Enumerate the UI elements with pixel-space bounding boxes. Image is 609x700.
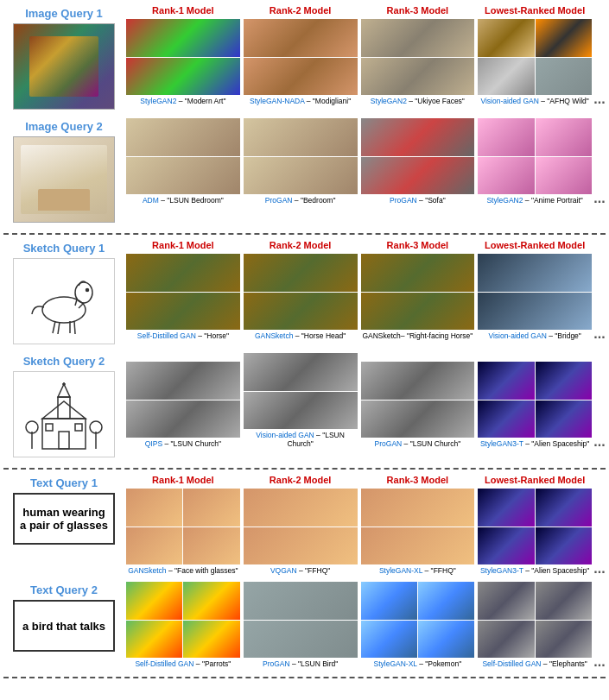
result-cell-rank-1: GANSketch – "Face with glasses": [124, 487, 242, 577]
model-class: – "LSUN Bedroom": [159, 196, 224, 205]
model-name: Self-Distilled GAN: [482, 659, 541, 668]
result-model-label: QIPS – "LSUN Church": [126, 439, 240, 448]
svg-rect-15: [59, 432, 69, 449]
result-image-grid: [361, 118, 475, 194]
result-cell-rank-4: StyleGAN3-T – "Alien Spaceship": [476, 487, 593, 577]
result-cell-rank-3: StyleGAN2 – "Ukiyoe Faces": [359, 17, 477, 107]
result-image-grid: [361, 582, 475, 658]
query-column: Text Query 2a bird that talks: [3, 580, 124, 655]
svg-line-2: [75, 300, 77, 306]
model-class: – "Parrots": [193, 659, 231, 668]
query-image: [13, 136, 115, 223]
result-image-grid: [361, 19, 475, 95]
images-row: Self-Distilled GAN – "Parrots"ProGAN – "…: [124, 580, 606, 670]
result-model-label: Self-Distilled GAN – "Elephants": [478, 659, 592, 668]
model-class: – "Face with glasses": [167, 566, 238, 575]
result-cell-rank-2: Vision-aided GAN – "LSUN Church": [242, 351, 359, 450]
result-model-label: ADM – "LSUN Bedroom": [126, 196, 240, 205]
result-cell-rank-2: StyleGAN-NADA – "Modigliani": [242, 17, 359, 107]
model-name: QIPS: [145, 439, 162, 448]
column-header: Rank-1 Model: [124, 238, 242, 252]
result-cell-rank-4: StyleGAN2 – "Anime Portrait": [476, 117, 593, 206]
result-model-label: StyleGAN-XL – "FFHQ": [361, 566, 475, 575]
column-header: Lowest-Ranked Model: [476, 3, 593, 17]
result-model-label: Vision-aided GAN – "Bridge": [478, 331, 592, 340]
model-class: – "Pokemon": [417, 659, 461, 668]
result-model-label: GANSketch – "Horse Head": [244, 331, 358, 340]
result-image-grid: [126, 362, 240, 438]
result-cell-rank-1: ADM – "LSUN Bedroom": [124, 117, 242, 206]
result-image-grid: [361, 362, 475, 438]
model-class: – "Horse Head": [293, 331, 346, 340]
result-cell-rank-3: ProGAN – "Sofa": [359, 117, 477, 206]
result-image-grid: [126, 489, 240, 564]
column-headers: Rank-1 ModelRank-2 ModelRank-3 ModelLowe…: [124, 3, 606, 17]
result-cell-rank-2: VQGAN – "FFHQ": [242, 487, 359, 577]
model-name: StyleGAN3-T: [480, 439, 523, 448]
result-image-grid: [126, 254, 240, 330]
model-name: ADM: [143, 196, 159, 205]
svg-marker-12: [58, 384, 70, 397]
column-header: Rank-1 Model: [124, 3, 242, 17]
svg-line-4: [53, 321, 55, 333]
ellipsis: ...: [593, 309, 606, 342]
result-cell-rank-1: StyleGAN2 – "Modern Art": [124, 17, 242, 107]
column-headers: Rank-1 ModelRank-2 ModelRank-3 ModelLowe…: [124, 238, 606, 252]
result-cell-rank-2: ProGAN – "LSUN Bird": [242, 580, 359, 670]
result-image-grid: [126, 118, 240, 194]
results-area: Rank-1 ModelRank-2 ModelRank-3 ModelLowe…: [124, 238, 606, 342]
result-cell-rank-4: Vision-aided GAN – "AFHQ Wild": [476, 17, 593, 107]
model-name: Vision-aided GAN: [488, 331, 546, 340]
results-area: Rank-1 ModelRank-2 ModelRank-3 ModelLowe…: [124, 3, 606, 107]
result-cell-rank-2: GANSketch – "Horse Head": [242, 252, 359, 342]
column-header: Rank-2 Model: [242, 238, 359, 252]
result-image-grid: [478, 19, 592, 95]
result-model-label: StyleGAN3-T – "Alien Spaceship": [478, 439, 592, 448]
svg-line-3: [79, 303, 84, 308]
model-class: – "FFHQ": [297, 566, 331, 575]
svg-point-8: [86, 289, 89, 292]
result-cell-rank-1: Self-Distilled GAN – "Horse": [124, 252, 242, 342]
images-row: ADM – "LSUN Bedroom"ProGAN – "Bedroom"Pr…: [124, 117, 606, 206]
model-name: ProGAN: [263, 659, 290, 668]
model-name: StyleGAN2: [486, 196, 523, 205]
results-area: Self-Distilled GAN – "Parrots"ProGAN – "…: [124, 580, 606, 670]
result-cell-rank-3: GANSketch– "Right-facing Horse": [359, 252, 477, 342]
main-container: Image Query 1 Rank-1 ModelRank-2 ModelRa…: [0, 0, 609, 685]
model-class: – "Bedroom": [292, 196, 335, 205]
results-area: Rank-1 ModelRank-2 ModelRank-3 ModelLowe…: [124, 473, 606, 577]
result-cell-rank-1: QIPS – "LSUN Church": [124, 360, 242, 450]
result-cell-rank-4: Vision-aided GAN – "Bridge": [476, 252, 593, 342]
model-name: StyleGAN-XL: [379, 566, 422, 575]
result-cell-rank-1: Self-Distilled GAN – "Parrots": [124, 580, 242, 670]
result-cell-rank-2: ProGAN – "Bedroom": [242, 117, 359, 206]
svg-point-21: [90, 421, 102, 433]
section-sketch-queries: Sketch Query 1 Rank-1 ModelRank-2 ModelR…: [3, 238, 606, 470]
result-image-grid: [244, 118, 358, 194]
images-row: StyleGAN2 – "Modern Art"StyleGAN-NADA – …: [124, 17, 606, 107]
result-model-label: StyleGAN2 – "Modern Art": [126, 97, 240, 105]
result-image-grid: [244, 489, 358, 564]
query-image: [13, 23, 115, 110]
model-class: – "FFHQ": [422, 566, 456, 575]
column-header: Rank-3 Model: [359, 473, 477, 487]
query-label: Image Query 1: [25, 7, 103, 20]
result-image-grid: [244, 254, 358, 330]
svg-rect-11: [58, 397, 70, 419]
query-label: Sketch Query 2: [23, 355, 105, 368]
model-class: – "Alien Spaceship": [523, 566, 589, 575]
result-image-grid: [478, 254, 592, 330]
images-row: Self-Distilled GAN – "Horse"GANSketch – …: [124, 252, 606, 342]
model-name: StyleGAN-NADA: [250, 97, 304, 105]
model-name: StyleGAN2: [140, 97, 176, 105]
result-model-label: Self-Distilled GAN – "Parrots": [126, 659, 240, 668]
result-image-grid: [361, 489, 475, 564]
query-text-box: human wearing a pair of glasses: [13, 493, 115, 545]
query-text-box: a bird that talks: [13, 600, 115, 652]
result-cell-rank-4: Self-Distilled GAN – "Elephants": [476, 580, 593, 670]
result-model-label: StyleGAN2 – "Ukiyoe Faces": [361, 97, 475, 105]
result-image-grid: [361, 254, 475, 330]
sketch-church: [13, 371, 115, 457]
model-name: ProGAN: [390, 196, 417, 205]
model-class: – "LSUN Bird": [290, 659, 339, 668]
